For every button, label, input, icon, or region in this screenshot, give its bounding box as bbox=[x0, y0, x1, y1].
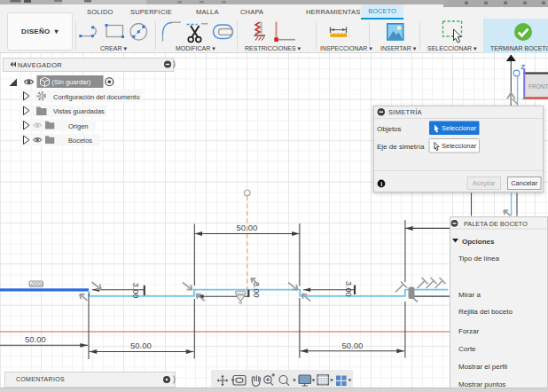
svg-text:i: i bbox=[380, 181, 382, 187]
svg-text:Objetos: Objetos bbox=[377, 125, 402, 133]
svg-text:Mostrar el perfil: Mostrar el perfil bbox=[458, 363, 507, 371]
svg-text:Origen: Origen bbox=[68, 122, 89, 130]
svg-text:Mostrar puntos: Mostrar puntos bbox=[458, 380, 505, 388]
svg-text:Cancelar: Cancelar bbox=[511, 179, 538, 187]
svg-text:Forzar: Forzar bbox=[458, 327, 479, 335]
svg-text:Seleccionar: Seleccionar bbox=[442, 124, 477, 132]
svg-text:Opciones: Opciones bbox=[462, 238, 495, 246]
svg-text:Vistas guardadas: Vistas guardadas bbox=[53, 107, 105, 115]
svg-text:SIMETRÍA: SIMETRÍA bbox=[388, 108, 422, 116]
svg-text:Aceptar: Aceptar bbox=[473, 179, 496, 187]
svg-text:Eje de simetría: Eje de simetría bbox=[377, 143, 425, 151]
svg-text:(Sin guardar): (Sin guardar) bbox=[52, 78, 91, 86]
svg-text:Configuración del documento: Configuración del documento bbox=[53, 93, 140, 101]
svg-text:Seleccionar: Seleccionar bbox=[442, 142, 477, 150]
svg-text:PALETA DE BOCETO: PALETA DE BOCETO bbox=[464, 220, 528, 228]
svg-text:Tipo de línea: Tipo de línea bbox=[458, 255, 500, 263]
svg-text:Corte: Corte bbox=[458, 345, 476, 353]
svg-text:Bocetos: Bocetos bbox=[68, 137, 92, 145]
svg-text:Rejilla del boceto: Rejilla del boceto bbox=[458, 308, 513, 316]
svg-text:Mirar a: Mirar a bbox=[458, 291, 481, 299]
